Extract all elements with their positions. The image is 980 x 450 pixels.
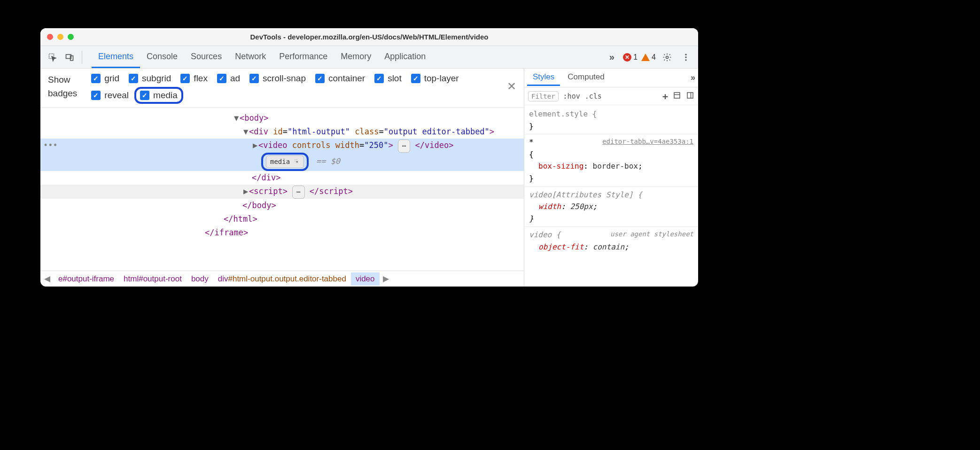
tab-sources[interactable]: Sources <box>184 46 228 68</box>
dom-tree[interactable]: ▼<body> ▼<div id="html-output" class="ou… <box>40 108 524 271</box>
badge-subgrid[interactable]: ✓subgrid <box>129 73 171 84</box>
main-toolbar: Elements Console Sources Network Perform… <box>40 46 698 69</box>
tab-memory[interactable]: Memory <box>334 46 378 68</box>
error-count[interactable]: ✕ 1 <box>623 53 638 62</box>
badge-flex[interactable]: ✓flex <box>180 73 208 84</box>
crumb-right-icon[interactable]: ▶ <box>380 274 393 284</box>
more-styles-tabs-icon[interactable]: » <box>691 73 695 83</box>
warning-count[interactable]: 4 <box>641 53 656 62</box>
crumb-body[interactable]: body <box>187 272 213 286</box>
dom-node-html-end[interactable]: </html> <box>40 212 524 226</box>
dom-node-div-end[interactable]: </div> <box>40 171 524 185</box>
close-icon[interactable] <box>47 34 53 40</box>
computed-toggle-icon[interactable] <box>673 91 681 101</box>
svg-point-6 <box>685 59 686 61</box>
svg-rect-9 <box>687 93 693 98</box>
window-title: DevTools - developer.mozilla.org/en-US/d… <box>40 33 698 41</box>
badge-grid[interactable]: ✓grid <box>91 73 119 84</box>
badge-container[interactable]: ✓container <box>315 73 365 84</box>
sidebar-toggle-icon[interactable] <box>686 91 694 101</box>
tab-application[interactable]: Application <box>378 46 432 68</box>
error-icon: ✕ <box>623 53 631 62</box>
cls-toggle[interactable]: .cls <box>585 92 602 101</box>
warning-icon <box>641 54 650 61</box>
zoom-icon[interactable] <box>68 34 74 40</box>
styles-panel: Styles Computed » Filter :hov .cls + ele… <box>524 69 698 287</box>
tab-computed[interactable]: Computed <box>562 70 610 86</box>
badge-ad[interactable]: ✓ad <box>217 73 240 84</box>
minimize-icon[interactable] <box>57 34 63 40</box>
badge-scroll-snap[interactable]: ✓scroll-snap <box>249 73 306 84</box>
badge-settings: Show badges ✓grid ✓subgrid ✓flex ✓ad ✓sc… <box>40 69 524 108</box>
close-badges-icon[interactable]: ✕ <box>507 80 516 93</box>
badge-slot[interactable]: ✓slot <box>374 73 402 84</box>
styles-rules[interactable]: element.style { } * editor-tabb…v=4ae353… <box>524 105 698 287</box>
badge-reveal[interactable]: ✓reveal <box>91 88 129 102</box>
crumb-left-icon[interactable]: ◀ <box>40 274 54 284</box>
tab-console[interactable]: Console <box>140 46 184 68</box>
titlebar: DevTools - developer.mozilla.org/en-US/d… <box>40 28 698 46</box>
new-rule-icon[interactable]: + <box>662 91 668 102</box>
svg-point-3 <box>666 56 669 58</box>
badges-label: Show badges <box>48 73 77 100</box>
badge-top-layer[interactable]: ✓top-layer <box>411 73 459 84</box>
device-icon[interactable] <box>62 50 77 65</box>
media-badge-highlight: media <box>261 153 309 171</box>
dom-node-body[interactable]: ▼<body> <box>40 111 524 125</box>
kebab-icon[interactable] <box>678 50 693 65</box>
tab-performance[interactable]: Performance <box>272 46 334 68</box>
dom-node-body-end[interactable]: </body> <box>40 199 524 212</box>
styles-filter[interactable]: Filter <box>528 91 559 101</box>
traffic-lights <box>47 34 74 40</box>
more-tabs-icon[interactable]: » <box>604 50 619 65</box>
gear-icon[interactable] <box>660 50 675 65</box>
svg-rect-8 <box>674 93 680 98</box>
dom-node-video[interactable]: •••▶<video controls width="250"> ⋯ </vid… <box>40 139 524 153</box>
crumb-iframe[interactable]: e#output-iframe <box>54 272 119 286</box>
svg-point-5 <box>685 56 686 58</box>
inspect-icon[interactable] <box>45 50 60 65</box>
breadcrumb: ◀ e#output-iframe html#output-root body … <box>40 271 524 287</box>
devtools-window: DevTools - developer.mozilla.org/en-US/d… <box>40 28 698 287</box>
dom-node-iframe-end[interactable]: </iframe> <box>40 226 524 240</box>
elements-panel: Show badges ✓grid ✓subgrid ✓flex ✓ad ✓sc… <box>40 69 524 287</box>
media-badge[interactable]: media <box>266 155 304 169</box>
badge-media[interactable]: ✓media <box>140 90 178 101</box>
badge-media-highlight: ✓media <box>134 87 183 104</box>
crumb-div[interactable]: div#html-output.output.editor-tabbed <box>213 272 351 286</box>
dom-media-badge-line[interactable]: media == $0 <box>40 153 524 171</box>
tab-elements[interactable]: Elements <box>92 46 140 68</box>
panel-tabs: Elements Console Sources Network Perform… <box>92 46 432 68</box>
dom-node-script[interactable]: ▶<script> ⋯ </script> <box>40 185 524 199</box>
tab-styles[interactable]: Styles <box>527 70 560 86</box>
hov-toggle[interactable]: :hov <box>563 92 580 101</box>
tab-network[interactable]: Network <box>228 46 272 68</box>
crumb-video[interactable]: video <box>351 272 380 286</box>
svg-point-4 <box>685 54 686 55</box>
dom-node-div[interactable]: ▼<div id="html-output" class="output edi… <box>40 125 524 139</box>
crumb-html[interactable]: html#output-root <box>119 272 187 286</box>
